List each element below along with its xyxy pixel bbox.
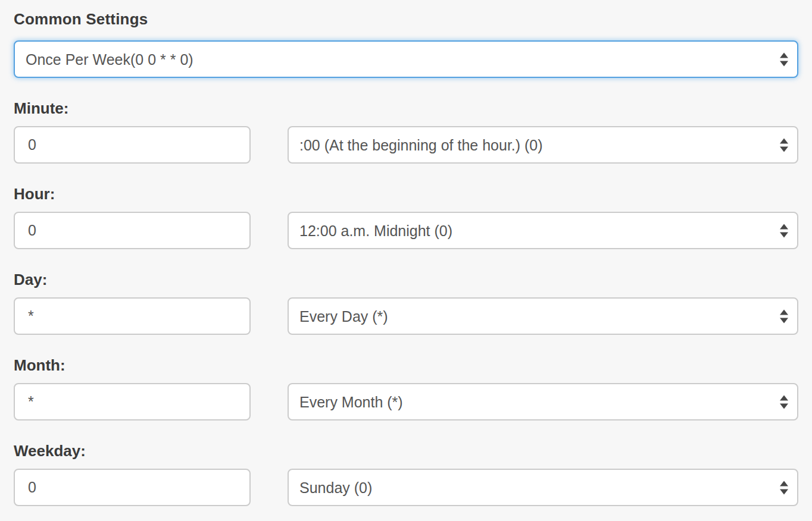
month-value-input[interactable] <box>14 383 251 420</box>
cron-field-block-month: Month: Every Month (*) <box>14 354 798 420</box>
field-row: 12:00 a.m. Midnight (0) <box>14 212 798 249</box>
minute-label: Minute: <box>14 98 798 119</box>
cron-settings-panel: Common Settings Once Per Week(0 0 * * 0)… <box>0 0 812 521</box>
hour-value-input[interactable] <box>14 212 251 249</box>
month-select[interactable]: Every Month (*) <box>288 383 798 420</box>
hour-select[interactable]: 12:00 a.m. Midnight (0) <box>288 212 798 249</box>
cron-field-block-hour: Hour: 12:00 a.m. Midnight (0) <box>14 183 798 249</box>
field-select-wrap: Sunday (0) <box>288 469 798 506</box>
minute-value-input[interactable] <box>14 126 251 164</box>
day-select[interactable]: Every Day (*) <box>288 297 798 335</box>
common-settings-heading: Common Settings <box>14 8 798 30</box>
hour-label: Hour: <box>14 183 798 205</box>
field-row: :00 (At the beginning of the hour.) (0) <box>14 126 798 164</box>
minute-select[interactable]: :00 (At the beginning of the hour.) (0) <box>288 126 798 164</box>
month-label: Month: <box>14 354 798 376</box>
cron-field-block-minute: Minute: :00 (At the beginning of the hou… <box>14 98 798 164</box>
field-select-wrap: Every Month (*) <box>288 383 798 420</box>
day-value-input[interactable] <box>14 297 251 335</box>
weekday-label: Weekday: <box>14 440 798 462</box>
common-settings-select-wrap: Once Per Week(0 0 * * 0) <box>14 40 798 78</box>
weekday-select[interactable]: Sunday (0) <box>288 469 798 506</box>
common-settings-select[interactable]: Once Per Week(0 0 * * 0) <box>14 40 798 78</box>
field-select-wrap: Every Day (*) <box>288 297 798 335</box>
weekday-value-input[interactable] <box>14 469 251 506</box>
field-row: Every Month (*) <box>14 383 798 420</box>
field-select-wrap: :00 (At the beginning of the hour.) (0) <box>288 126 798 164</box>
cron-field-rows: Minute: :00 (At the beginning of the hou… <box>14 98 798 506</box>
field-row: Every Day (*) <box>14 297 798 335</box>
cron-field-block-weekday: Weekday: Sunday (0) <box>14 440 798 506</box>
day-label: Day: <box>14 269 798 290</box>
cron-field-block-day: Day: Every Day (*) <box>14 269 798 335</box>
field-select-wrap: 12:00 a.m. Midnight (0) <box>288 212 798 249</box>
field-row: Sunday (0) <box>14 469 798 506</box>
